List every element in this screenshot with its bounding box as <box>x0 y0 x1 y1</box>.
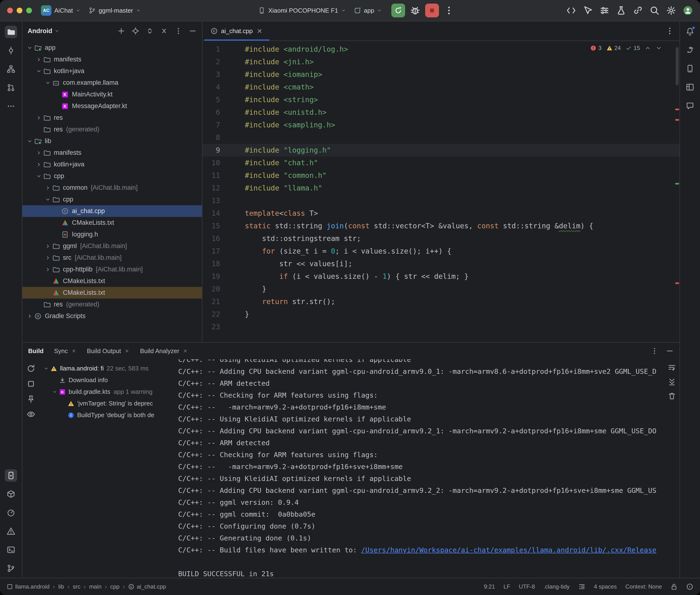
status-widget-4-spaces[interactable]: 4 spaces <box>594 583 617 590</box>
change-stripe-mark[interactable] <box>675 183 679 185</box>
unlock-button[interactable] <box>670 583 678 590</box>
chevron-down-icon[interactable] <box>44 79 52 87</box>
project-tree-row[interactable]: KMainActivity.kt <box>22 89 202 100</box>
chevron-down-icon[interactable] <box>26 137 34 145</box>
more-h-button[interactable] <box>5 100 17 112</box>
project-tree-row[interactable]: Cai_chat.cpp <box>22 205 202 217</box>
expand-all-button[interactable] <box>146 27 154 35</box>
code-line[interactable]: 22} <box>202 308 679 320</box>
breadcrumb-item[interactable]: lib <box>58 583 64 590</box>
build-tab-build-analyzer[interactable]: Build Analyzer <box>140 347 188 355</box>
search-button[interactable] <box>649 5 660 16</box>
chevron-down-icon[interactable] <box>51 388 59 396</box>
project-tree-row[interactable]: CMakeLists.txt <box>22 287 202 299</box>
build-tab-sync[interactable]: Sync <box>54 347 77 355</box>
chevron-down-icon[interactable] <box>44 196 52 204</box>
status-widget-9-21[interactable]: 9:21 <box>484 583 495 590</box>
line-number[interactable]: 19 <box>202 270 220 283</box>
link-button[interactable] <box>633 5 643 16</box>
status-widget--clang-tidy[interactable]: .clang-tidy <box>543 583 569 590</box>
project-tree-row[interactable]: kotlin+java <box>22 159 202 170</box>
console-file-link[interactable]: /Users/hanyin/Workspace/ai-chat/examples… <box>361 546 656 554</box>
pull-request-button[interactable] <box>5 81 17 94</box>
project-selector[interactable]: AC AiChat <box>41 5 81 16</box>
project-tree-row[interactable]: lib <box>22 135 202 147</box>
chevron-right-icon[interactable] <box>44 254 52 262</box>
project-tree-row[interactable]: Hlogging.h <box>22 229 202 240</box>
scroll-end-button[interactable] <box>668 377 676 386</box>
build-tree-row[interactable]: 'jvmTarget: String' is deprec <box>39 398 173 409</box>
code-line[interactable]: 11#include "common.h" <box>202 169 679 182</box>
line-number[interactable]: 4 <box>202 81 220 93</box>
project-tree-row[interactable]: cpp <box>22 170 202 182</box>
close-tab-icon[interactable] <box>71 348 77 353</box>
profiler-button[interactable] <box>5 506 17 519</box>
line-number[interactable]: 16 <box>202 232 220 245</box>
project-tree-row[interactable]: common[AiChat.lib.main] <box>22 182 202 194</box>
line-number[interactable]: 3 <box>202 68 220 81</box>
status-widget-lf[interactable]: LF <box>504 583 510 590</box>
project-tree-row[interactable]: com.example.llama <box>22 77 202 89</box>
line-number[interactable]: 1 <box>202 43 220 55</box>
settings-button[interactable] <box>666 5 676 16</box>
line-number[interactable]: 10 <box>202 157 220 169</box>
clear-button[interactable] <box>668 392 676 400</box>
more-v-button[interactable] <box>174 27 183 35</box>
project-tree-row[interactable]: res <box>22 112 202 123</box>
project-folder-button[interactable] <box>5 26 17 38</box>
chevron-right-icon[interactable] <box>35 149 43 157</box>
code-editor[interactable]: 1#include <android/log.h>2#include <jni.… <box>202 41 679 342</box>
project-tree-row[interactable]: src[AiChat.lib.main] <box>22 252 202 263</box>
code-line[interactable]: 20 } <box>202 283 679 295</box>
chevron-down-icon[interactable] <box>35 67 43 75</box>
code-line[interactable]: 5#include <string> <box>202 93 679 106</box>
line-number[interactable]: 7 <box>202 119 220 131</box>
breadcrumb-item[interactable]: main <box>89 583 102 590</box>
project-tree-row[interactable]: kotlin+java <box>22 65 202 77</box>
debug-button[interactable] <box>410 5 420 16</box>
pin-button[interactable] <box>26 395 35 403</box>
inspection-check-badge[interactable]: 15 <box>625 45 640 51</box>
project-tree-row[interactable]: GGradle Scripts <box>22 310 202 322</box>
flask-button[interactable] <box>616 5 626 16</box>
zoom-window-button[interactable] <box>26 8 32 13</box>
code-line[interactable]: 3#include <iomanip> <box>202 68 679 81</box>
close-tab-icon[interactable] <box>256 27 263 34</box>
project-tree-row[interactable]: CMakeLists.txt <box>22 217 202 229</box>
project-tree-row[interactable]: KMessageAdapter.kt <box>22 100 202 112</box>
code-line[interactable]: 23 <box>202 320 679 333</box>
build-window-title[interactable]: Build <box>28 347 44 355</box>
code-line[interactable]: 15static std::string join(const std::vec… <box>202 220 679 232</box>
vcs-branch-selector[interactable]: ggml-master <box>89 7 141 14</box>
code-line[interactable]: 8 <box>202 131 679 144</box>
chevron-right-icon[interactable] <box>44 184 52 192</box>
status-widget-utf-8[interactable]: UTF-8 <box>519 583 535 590</box>
minimize-window-button[interactable] <box>17 8 22 13</box>
line-number[interactable]: 6 <box>202 106 220 119</box>
running-devices-button[interactable] <box>5 469 17 482</box>
assistant-button[interactable] <box>684 100 696 112</box>
chevron-right-icon[interactable] <box>44 242 52 250</box>
close-window-button[interactable] <box>7 8 13 13</box>
code-line[interactable]: 17 for (size_t i = 0; i < values.size();… <box>202 245 679 257</box>
line-number[interactable]: 21 <box>202 295 220 308</box>
project-tree-row[interactable]: manifests <box>22 54 202 65</box>
line-number[interactable]: 13 <box>202 194 220 207</box>
hide-button[interactable] <box>666 347 674 355</box>
problems-button[interactable] <box>5 525 17 537</box>
code-line[interactable]: 10#include "chat.h" <box>202 157 679 169</box>
editor-tab-ai-chat-cpp[interactable]: C ai_chat.cpp <box>204 22 270 40</box>
line-number[interactable]: 8 <box>202 131 220 144</box>
code-line[interactable]: 4#include <cmath> <box>202 81 679 93</box>
eye-button[interactable] <box>26 410 35 419</box>
build-console[interactable]: C/C++: -- Using KleidiAI optimized kerne… <box>173 359 664 579</box>
chevron-right-icon[interactable] <box>35 114 43 122</box>
code-line[interactable]: 21 return str.str(); <box>202 295 679 308</box>
editor-options-icon[interactable] <box>665 26 674 35</box>
breadcrumb-item[interactable]: llama.android <box>7 583 50 590</box>
terminal-button[interactable] <box>5 544 17 556</box>
status-widget-context-none[interactable]: Context: None <box>625 583 662 590</box>
version-control-button[interactable] <box>5 562 17 574</box>
code-line[interactable]: 9#include "logging.h" <box>202 144 679 157</box>
line-number[interactable]: 20 <box>202 283 220 295</box>
